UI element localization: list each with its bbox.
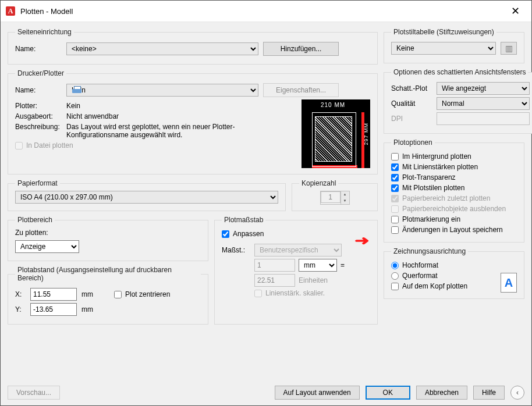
printer-properties-button[interactable]: Eigenschaften... <box>263 83 339 97</box>
chevron-left-icon: ‹ <box>516 389 519 397</box>
close-icon[interactable]: ✕ <box>503 5 527 17</box>
output-location-label: Ausgabeort: <box>15 112 62 120</box>
plotter-name-label: Plotter: <box>15 102 62 110</box>
copies-value[interactable] <box>321 191 341 203</box>
output-location-value: Nicht anwendbar <box>66 112 119 120</box>
opt-hide-paper-label: Papierbereichobjekte ausblenden <box>402 205 506 213</box>
printer-name-select[interactable]: Kein <box>66 84 258 97</box>
scale-lineweights-label: Linienstärk. skalier. <box>265 289 325 297</box>
offset-x-label: X: <box>15 290 26 298</box>
paper-format-group: Papierformat ISO A4 (210.00 x 297.00 mm) <box>8 179 286 211</box>
paper-format-select[interactable]: ISO A4 (210.00 x 297.00 mm) <box>15 191 278 204</box>
printer-group: Drucker/Plotter Name: Kein Eigenschaften… <box>8 69 378 174</box>
plot-dialog: A Plotten - Modell ✕ Seiteneinrichtung N… <box>0 0 532 406</box>
page-setup-name-label: Name: <box>15 45 62 53</box>
scale-equals: = <box>341 261 345 269</box>
plot-area-group: Plotbereich Zu plotten: Anzeige <box>8 216 208 261</box>
opt-plot-styles-label: Mit Plotstilen plotten <box>402 184 464 192</box>
titlebar: A Plotten - Modell ✕ <box>1 1 531 22</box>
scale-label: Maßst.: <box>222 246 251 254</box>
plot-style-table-legend: Plotstiltabelle (Stiftzuweisungen) <box>391 28 496 36</box>
dialog-content: Seiteneinrichtung Name: <keine> Hinzufüg… <box>1 22 531 405</box>
opt-lineweights-label: Mit Linienstärken plotten <box>402 163 478 171</box>
description-label: Beschreibung: <box>15 123 62 131</box>
svg-text:A: A <box>8 7 13 15</box>
offset-y-input[interactable] <box>30 303 77 316</box>
plotter-name-value: Kein <box>66 102 80 110</box>
shade-plot-select[interactable]: Wie angezeigt <box>437 82 530 95</box>
orientation-legend: Zeichnungsausrichtung <box>391 247 468 255</box>
page-setup-legend: Seiteneinrichtung <box>15 28 74 36</box>
opt-background-label: Im Hintergrund plotten <box>402 152 471 161</box>
opt-plot-stamp-checkbox[interactable] <box>391 216 399 223</box>
opt-paper-last-checkbox[interactable] <box>391 195 399 202</box>
plot-offset-legend: Plotabstand (Ausgangseinstellung auf dru… <box>15 266 201 282</box>
plot-options-legend: Plotoptionen <box>391 138 435 147</box>
what-to-plot-select[interactable]: Anzeige <box>15 240 79 253</box>
offset-x-input[interactable] <box>30 288 77 301</box>
opt-paper-last-label: Papierbereich zuletzt plotten <box>402 194 490 202</box>
plot-to-file-checkbox[interactable] <box>15 142 23 149</box>
printer-legend: Drucker/Plotter <box>15 69 66 77</box>
shade-plot-label: Schatt.-Plot <box>391 84 432 92</box>
offset-x-unit: mm <box>81 290 93 298</box>
center-plot-checkbox[interactable] <box>114 291 122 298</box>
fit-to-paper-label: Anpassen <box>233 230 264 238</box>
orientation-upside-label: Auf dem Kopf plotten <box>402 282 467 290</box>
autocad-app-icon: A <box>5 6 16 16</box>
orientation-landscape-label: Querformat <box>402 272 438 280</box>
scale-numerator-input[interactable] <box>254 259 295 272</box>
scale-select[interactable]: Benutzerspezifisch <box>254 244 342 257</box>
ok-button[interactable]: OK <box>366 386 410 400</box>
opt-save-layout-checkbox[interactable] <box>391 226 399 234</box>
orientation-group: Zeichnungsausrichtung Hochformat Querfor… <box>384 247 524 299</box>
window-title: Plotten - Modell <box>20 7 503 16</box>
scale-unit-select[interactable]: mm <box>299 259 337 272</box>
plot-offset-group: Plotabstand (Ausgangseinstellung auf dru… <box>8 266 208 325</box>
opt-plot-styles-checkbox[interactable] <box>391 184 399 192</box>
edit-plot-style-icon: ▥ <box>505 44 513 53</box>
copies-legend: Kopienzahl <box>299 179 338 187</box>
orientation-portrait-radio[interactable] <box>391 262 399 269</box>
help-button[interactable]: Hilfe <box>473 386 505 400</box>
quality-select[interactable]: Normal <box>437 97 530 110</box>
plot-style-table-select[interactable]: Keine <box>391 42 496 55</box>
plot-scale-group: Plotmaßstab Anpassen Maßst.: Benutzerspe… <box>214 216 378 325</box>
orientation-portrait-label: Hochformat <box>402 261 438 269</box>
orientation-upside-checkbox[interactable] <box>391 283 399 290</box>
plot-style-table-group: Plotstiltabelle (Stiftzuweisungen) Keine… <box>384 28 524 63</box>
orientation-preview-icon: A <box>501 273 517 293</box>
shaded-viewport-legend: Optionen des schattierten Ansichtsfenste… <box>391 68 528 76</box>
edit-plot-style-button[interactable]: ▥ <box>501 42 517 55</box>
paper-preview: 210 MM 297 MM <box>302 99 370 168</box>
center-plot-label: Plot zentrieren <box>125 290 170 298</box>
apply-layout-button[interactable]: Auf Layout anwenden <box>275 386 360 400</box>
orientation-landscape-radio[interactable] <box>391 272 399 280</box>
cancel-button[interactable]: Abbrechen <box>416 386 467 400</box>
page-setup-name-select[interactable]: <keine> <box>66 42 258 55</box>
offset-y-unit: mm <box>81 305 93 314</box>
opt-background-checkbox[interactable] <box>391 153 399 161</box>
shaded-viewport-group: Optionen des schattierten Ansichtsfenste… <box>384 68 532 134</box>
opt-lineweights-checkbox[interactable] <box>391 163 399 171</box>
dpi-input[interactable] <box>437 112 530 125</box>
copies-spinner[interactable]: ▲▼ <box>320 191 350 205</box>
paper-format-legend: Papierformat <box>15 179 60 187</box>
opt-transparency-checkbox[interactable] <box>391 174 399 181</box>
scale-lineweights-checkbox[interactable] <box>254 290 262 297</box>
opt-hide-paper-checkbox[interactable] <box>391 205 399 213</box>
scale-units-input[interactable] <box>254 274 295 287</box>
fit-to-paper-checkbox[interactable] <box>222 230 229 238</box>
copies-spinner-arrows[interactable]: ▲▼ <box>341 191 349 204</box>
opt-transparency-label: Plot-Transparenz <box>402 173 456 181</box>
preview-button[interactable]: Vorschau... <box>8 386 60 400</box>
opt-save-layout-label: Änderungen in Layout speichern <box>402 226 503 234</box>
dpi-label: DPI <box>391 115 432 123</box>
dialog-footer: Vorschau... Auf Layout anwenden OK Abbre… <box>8 386 524 400</box>
page-setup-add-button[interactable]: Hinzufügen... <box>263 42 339 56</box>
copies-group: Kopienzahl ▲▼ <box>292 179 378 211</box>
collapse-options-button[interactable]: ‹ <box>510 386 524 400</box>
printer-name-label: Name: <box>15 86 62 94</box>
scale-units-label: Einheiten <box>299 276 328 284</box>
offset-y-label: Y: <box>15 305 26 314</box>
